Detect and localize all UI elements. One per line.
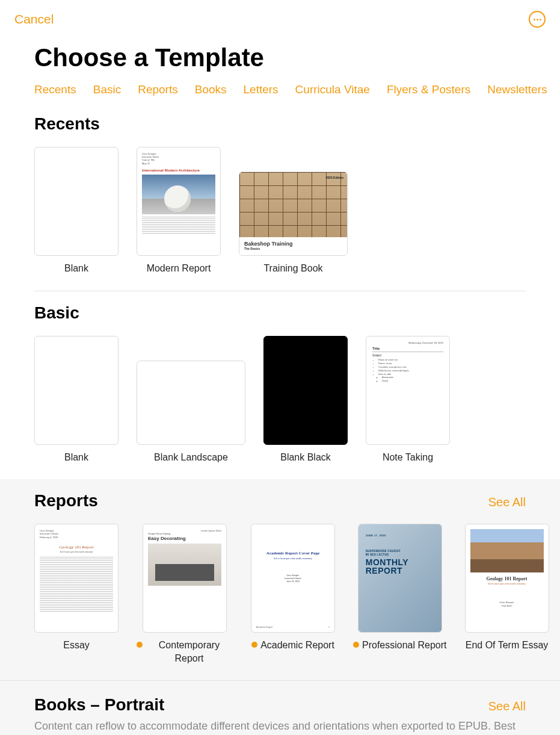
tab-recents[interactable]: Recents — [34, 83, 76, 96]
template-thumb-blank[interactable] — [34, 147, 118, 256]
template-label: Blank Black — [280, 451, 331, 464]
template-thumb-note-taking[interactable]: Wednesday, December 18, 2019 Title Subje… — [366, 336, 450, 445]
template-card-blank-black: Blank Black — [263, 336, 348, 464]
thumb-photo — [470, 529, 544, 572]
template-label: Professional Report — [353, 639, 447, 652]
tab-basic[interactable]: Basic — [93, 83, 121, 96]
thumb-pretitle: Simple Home Styling — [148, 532, 221, 535]
template-thumb-academic-report[interactable]: Academic Report Cover Page Sed et lacus … — [251, 524, 335, 633]
reports-row: Urna SemperInstructor's NameFebruary 4, … — [34, 510, 560, 680]
section-books-subtitle: Content can reflow to accommodate differ… — [34, 715, 560, 735]
template-thumb-training-book[interactable]: 2025 Edition Bakeshop Training The Basic… — [239, 172, 348, 256]
tab-books[interactable]: Books — [195, 83, 227, 96]
section-reports: Reports See All Urna SemperInstructor's … — [0, 479, 560, 680]
cancel-button[interactable]: Cancel — [14, 12, 54, 26]
thumb-big: MONTHLY REPORT — [366, 558, 434, 575]
badge-dot-icon — [251, 642, 257, 648]
page-title: Choose a Template — [0, 31, 560, 72]
section-recents-title: Recents — [34, 114, 100, 134]
template-label: Essay — [63, 639, 90, 652]
thumb-line2: MI SED LECTUS — [366, 553, 389, 556]
recents-row: Blank Urna SemperInstructor NameCourse T… — [34, 134, 560, 291]
thumb-photo — [239, 172, 347, 237]
template-thumb-blank[interactable] — [34, 336, 118, 445]
template-thumb-essay[interactable]: Urna SemperInstructor's NameFebruary 4, … — [34, 524, 118, 633]
template-label: Academic Report — [251, 639, 334, 652]
section-books-title: Books – Portrait — [34, 695, 164, 715]
tab-newsletters[interactable]: Newsletters — [487, 83, 547, 96]
thumb-sub: Sed et lacus quis enim mattis nonummy — [470, 582, 544, 585]
template-label: Blank — [64, 262, 88, 275]
see-all-reports-button[interactable]: See All — [488, 495, 526, 509]
thumb-title: Easy Decorating — [148, 536, 221, 541]
template-label: Training Book — [263, 262, 322, 275]
thumb-photo — [142, 175, 215, 214]
thumb-sub: Sed et lacus quis enim mattis nonummy — [256, 557, 330, 560]
template-card-training-book: 2025 Edition Bakeshop Training The Basic… — [239, 147, 348, 275]
template-card-blank-landscape: Blank Landscape — [137, 361, 245, 464]
section-reports-title: Reports — [34, 491, 98, 510]
thumb-title: Geology 101 Report — [470, 576, 544, 581]
template-card-contemporary-report: Lorem Ipsum Dolor Simple Home Styling Ea… — [137, 524, 233, 665]
template-thumb-blank-black[interactable] — [263, 336, 348, 445]
thumb-title: Title — [372, 347, 443, 350]
thumb-date: Wednesday, December 18, 2019 — [372, 341, 443, 344]
thumb-title: Geology 101 Report — [40, 545, 113, 550]
thumb-sub: Sed et lacus quis enim mattis nonummy — [40, 551, 113, 553]
template-label: End Of Term Essay — [466, 639, 549, 652]
see-all-books-button[interactable]: See All — [488, 699, 526, 713]
section-basic: Basic Blank Blank Landscape Blank Black … — [0, 291, 560, 480]
template-label: Contemporary Report — [137, 639, 233, 665]
badge-dot-icon — [137, 642, 143, 648]
tab-reports[interactable]: Reports — [138, 83, 178, 96]
template-card-end-of-term-essay: Geology 101 Report Sed et lacus quis eni… — [465, 524, 549, 665]
template-card-professional-report: JUNE 17, 2025 SUSPENDISSE FEUGIAT MI SED… — [353, 524, 447, 665]
more-ellipsis-circle-icon[interactable] — [529, 11, 546, 28]
thumb-title: Bakeshop Training — [244, 241, 342, 247]
template-card-essay: Urna SemperInstructor's NameFebruary 4, … — [34, 524, 118, 665]
basic-row: Blank Blank Landscape Blank Black Wednes… — [34, 323, 560, 480]
thumb-subtitle: The Basics — [244, 247, 342, 250]
tab-flyers-posters[interactable]: Flyers & Posters — [387, 83, 470, 96]
top-bar: Cancel — [0, 0, 560, 31]
template-thumb-end-of-term-essay[interactable]: Geology 101 Report Sed et lacus quis eni… — [465, 524, 549, 633]
template-label: Modern Report — [147, 262, 211, 275]
section-basic-title: Basic — [34, 303, 79, 323]
tab-curricula-vitae[interactable]: Curricula Vitae — [295, 83, 370, 96]
category-tabs: Recents Basic Reports Books Letters Curr… — [0, 72, 560, 102]
thumb-title: Academic Report Cover Page — [256, 551, 330, 556]
thumb-date: JUNE 17, 2025 — [366, 534, 386, 537]
template-card-blank: Blank — [34, 336, 118, 464]
template-card-note-taking: Wednesday, December 18, 2019 Title Subje… — [366, 336, 450, 464]
template-thumb-modern-report[interactable]: Urna SemperInstructor NameCourse TitleMa… — [137, 147, 221, 256]
template-card-blank: Blank — [34, 147, 118, 275]
thumb-heading: International Modern Architecture — [142, 169, 215, 172]
template-card-academic-report: Academic Report Cover Page Sed et lacus … — [251, 524, 335, 665]
template-label: Blank — [64, 451, 88, 464]
template-card-modern-report: Urna SemperInstructor NameCourse TitleMa… — [137, 147, 221, 275]
thumb-subject: Subject — [372, 354, 443, 357]
template-thumb-contemporary-report[interactable]: Lorem Ipsum Dolor Simple Home Styling Ea… — [143, 524, 227, 633]
template-thumb-blank-landscape[interactable] — [137, 361, 245, 445]
template-label: Note Taking — [383, 451, 433, 464]
section-books-portrait: Books – Portrait See All Content can ref… — [0, 680, 560, 735]
thumb-badge: 2025 Edition — [326, 176, 343, 179]
thumb-photo — [148, 544, 221, 586]
ellipsis-dots — [534, 19, 541, 20]
badge-dot-icon — [353, 642, 359, 648]
template-label: Blank Landscape — [154, 451, 228, 464]
tab-letters[interactable]: Letters — [244, 83, 278, 96]
section-recents: Recents Blank Urna SemperInstructor Name… — [0, 102, 560, 291]
template-thumb-professional-report[interactable]: JUNE 17, 2025 SUSPENDISSE FEUGIAT MI SED… — [358, 524, 442, 633]
thumb-line1: SUSPENDISSE FEUGIAT — [366, 550, 401, 553]
